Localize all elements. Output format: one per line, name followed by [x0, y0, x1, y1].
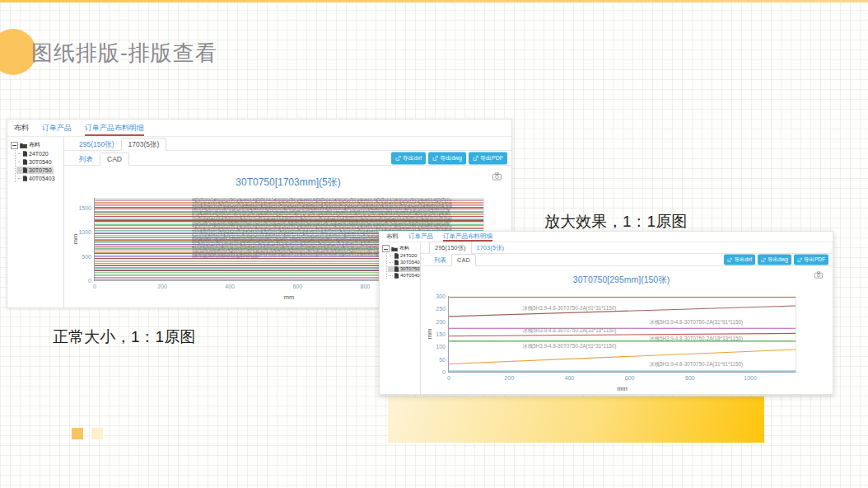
- presentation-slide: 图纸排版-排版查看 布料 订单产品 订单产品布料明细 布料 24T02030T0…: [0, 0, 868, 488]
- export-dwg-button[interactable]: 导出dwg: [428, 152, 466, 164]
- export-dwg-button[interactable]: 导出dwg: [758, 255, 791, 265]
- tree-root[interactable]: 布料: [382, 245, 419, 252]
- export-pdf-button[interactable]: 导出PDF: [794, 255, 828, 265]
- x-tick: 1000: [744, 375, 757, 381]
- y-tick: 0: [88, 278, 91, 284]
- tree-root-label: 布料: [399, 245, 409, 252]
- tree-item-24T020[interactable]: 24T020: [16, 150, 50, 157]
- x-tick: 0: [93, 284, 96, 289]
- caption-normal-size: 正常大小，1：1原图: [53, 326, 195, 348]
- tab-fabric[interactable]: 布料: [386, 232, 399, 242]
- chart-title: 30T0750[1703mm](5张): [94, 176, 483, 190]
- svg-text:冰魄5H3.9-4.8-30T0750-2A(33*18*1: 冰魄5H3.9-4.8-30T0750-2A(33*18*1150): [523, 327, 617, 334]
- x-tick: 600: [625, 375, 635, 381]
- size-tabbar: 295(150张) 1703(5张): [64, 137, 511, 151]
- export-icon: [432, 155, 438, 161]
- export-dxf-button[interactable]: 导出dxf: [724, 255, 755, 265]
- file-icon: [394, 253, 399, 259]
- tree-root-label: 布料: [29, 141, 40, 149]
- svg-text:冰魄5H3.9-4.8-30T0750-2A(31*91*1: 冰魄5H3.9-4.8-30T0750-2A(31*91*1150): [649, 319, 743, 326]
- tab-order-product-fabric-detail[interactable]: 订单产品布料明细: [443, 232, 492, 242]
- file-icon: [23, 151, 27, 157]
- y-tick: 300: [436, 293, 446, 299]
- tree-item-30T0540[interactable]: 30T0540: [388, 260, 421, 265]
- view-tabbar: 列表 CAD 导出dxf 导出dwg 导出PDF: [421, 254, 833, 266]
- chart-title: 30T0750[295mm](150张): [448, 274, 795, 286]
- svg-text:冰魄5H3.9-4.8-30T0750-2A(18*33*1: 冰魄5H3.9-4.8-30T0750-2A(18*33*1150): [649, 336, 743, 342]
- fabric-tree: 布料 24T02030T054030T075040T05403: [7, 137, 64, 307]
- tab-fabric[interactable]: 布料: [14, 120, 29, 136]
- small-square-decoration: [91, 428, 103, 439]
- y-tick: 1000: [78, 229, 91, 235]
- tree-item-40T05403[interactable]: 40T05403: [16, 175, 57, 182]
- x-tick: 800: [361, 284, 371, 289]
- size-tab-1703[interactable]: 1703(5张): [121, 138, 167, 151]
- export-pdf-button[interactable]: 导出PDF: [469, 152, 507, 164]
- file-icon: [23, 176, 27, 181]
- view-tab-list[interactable]: 列表: [72, 153, 100, 165]
- tree-children: 24T02030T054030T075040T05403: [15, 150, 63, 182]
- top-accent-strip: [0, 0, 868, 2]
- view-tab-cad[interactable]: CAD: [100, 152, 129, 166]
- export-icon: [797, 257, 802, 262]
- export-buttons: 导出dxf 导出dwg 导出PDF: [724, 255, 828, 265]
- folder-icon: [391, 246, 398, 251]
- x-tick: 800: [685, 375, 695, 381]
- svg-text:冰魄5H3.9-4.8-30T0750-2A(31*91*1: 冰魄5H3.9-4.8-30T0750-2A(31*91*1150): [649, 361, 743, 368]
- svg-text:冰魄5H3.9-4.8-30T0750-2A(91*31*1: 冰魄5H3.9-4.8-30T0750-2A(91*31*1150): [523, 305, 617, 312]
- tree-item-24T020[interactable]: 24T020: [388, 253, 418, 259]
- view-tabbar: 列表 CAD 导出dxf 导出dwg 导出PDF: [64, 151, 511, 166]
- y-tick: 1500: [78, 204, 91, 210]
- tree-root[interactable]: 布料: [11, 141, 63, 149]
- x-axis-label: mm: [617, 385, 628, 392]
- app-screenshot-zoomed: 布料 订单产品 订单产品布料明细 布料 24T02030T054030T0750…: [379, 231, 833, 395]
- export-icon: [761, 257, 766, 262]
- x-tick: 0: [447, 375, 450, 381]
- export-buttons: 导出dxf 导出dwg 导出PDF: [391, 152, 507, 164]
- file-icon: [394, 266, 399, 272]
- tab-order-product[interactable]: 订单产品: [42, 120, 72, 136]
- y-tick: 200: [436, 318, 446, 324]
- svg-text:冰魄5H3.9-4.8-30T0750-2A(91*31*1: 冰魄5H3.9-4.8-30T0750-2A(91*31*1150): [523, 343, 617, 350]
- y-tick: 250: [436, 306, 446, 312]
- view-tab-list[interactable]: 列表: [429, 255, 451, 265]
- x-tick: 400: [225, 284, 235, 289]
- camera-icon[interactable]: [492, 169, 502, 184]
- export-icon: [395, 155, 401, 161]
- x-axis-label: mm: [284, 293, 295, 301]
- size-tab-295[interactable]: 295(150张): [429, 242, 472, 254]
- tree-item-30T0540[interactable]: 30T0540: [16, 158, 54, 166]
- collapse-icon[interactable]: [11, 142, 18, 149]
- folder-icon: [20, 143, 27, 148]
- file-icon: [394, 273, 399, 279]
- collapse-icon[interactable]: [382, 245, 390, 252]
- file-icon: [23, 167, 27, 173]
- bottom-gradient-bar: [388, 396, 764, 443]
- y-axis-label: mm: [72, 234, 79, 245]
- caption-zoom-effect: 放大效果，1：1原图: [544, 211, 687, 232]
- export-dxf-button[interactable]: 导出dxf: [391, 152, 426, 164]
- y-tick: 150: [436, 331, 446, 337]
- size-tab-1703[interactable]: 1703(5张): [472, 242, 509, 253]
- tree-item-30T0750[interactable]: 30T0750: [388, 266, 421, 272]
- tree-children: 24T02030T054030T075040T05403: [386, 253, 419, 279]
- tree-item-30T0750[interactable]: 30T0750: [16, 167, 54, 174]
- y-tick: 100: [436, 344, 446, 350]
- size-tabbar: 295(150张) 1703(5张): [421, 242, 833, 254]
- tab-order-product-fabric-detail[interactable]: 订单产品布料明细: [85, 120, 144, 136]
- y-tick: 500: [82, 253, 91, 259]
- nav-tabbar: 布料 订单产品 订单产品布料明细: [7, 120, 511, 137]
- tree-item-40T05403[interactable]: 40T05403: [388, 273, 421, 279]
- file-icon: [394, 260, 399, 265]
- file-icon: [23, 159, 27, 165]
- y-axis-label: mm: [426, 329, 433, 340]
- size-tab-295[interactable]: 295(150张): [72, 138, 121, 150]
- export-icon: [727, 257, 732, 262]
- y-tick: 0: [442, 369, 446, 375]
- tab-order-product[interactable]: 订单产品: [408, 232, 433, 242]
- strip-lines-svg: 冰魄5H3.9-4.8-30T0750-2A(91*31*1150)冰魄5H3.…: [449, 296, 796, 372]
- export-icon: [473, 155, 478, 161]
- camera-icon[interactable]: [814, 267, 823, 282]
- x-tick: 400: [565, 375, 575, 381]
- view-tab-cad[interactable]: CAD: [451, 254, 476, 266]
